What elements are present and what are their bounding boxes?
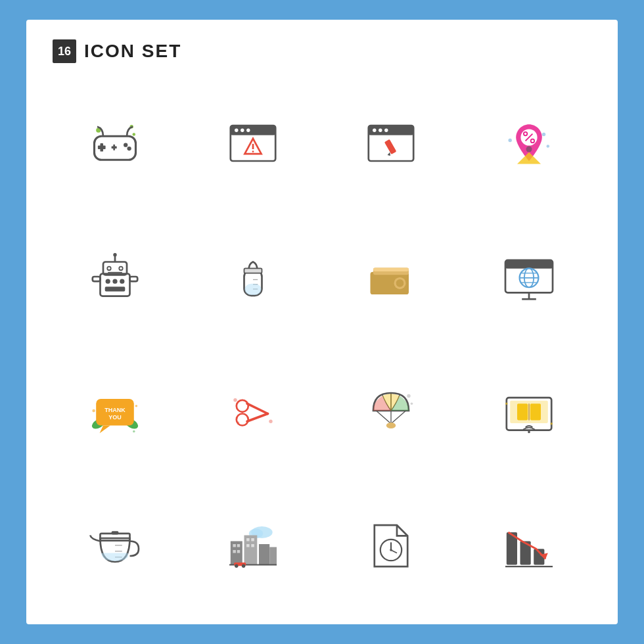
discount-location-icon [467, 83, 591, 204]
robot-icon [53, 217, 177, 338]
svg-point-34 [526, 146, 532, 152]
svg-point-80 [233, 398, 237, 402]
svg-rect-116 [237, 544, 241, 547]
svg-point-22 [379, 128, 382, 131]
svg-rect-118 [237, 550, 241, 553]
svg-text:THANK: THANK [104, 407, 126, 413]
svg-rect-58 [373, 268, 409, 271]
svg-point-103 [550, 423, 553, 425]
svg-point-6 [124, 143, 127, 147]
svg-rect-114 [269, 547, 277, 565]
kettle-icon [53, 484, 177, 605]
svg-point-7 [127, 147, 131, 150]
svg-line-85 [247, 403, 268, 413]
clock-file-icon [329, 484, 453, 605]
web-globe-icon [467, 217, 591, 338]
svg-point-60 [396, 279, 404, 288]
svg-marker-25 [388, 152, 391, 155]
svg-point-81 [269, 419, 272, 423]
svg-point-95 [386, 423, 396, 428]
svg-point-77 [92, 409, 95, 413]
svg-rect-49 [130, 277, 138, 281]
svg-point-87 [239, 403, 245, 409]
svg-marker-33 [517, 152, 541, 164]
svg-point-42 [120, 267, 122, 270]
svg-point-126 [242, 564, 245, 568]
svg-rect-122 [251, 544, 254, 547]
svg-point-101 [528, 430, 530, 433]
svg-point-125 [235, 564, 238, 568]
svg-point-130 [390, 549, 392, 551]
svg-point-21 [373, 128, 376, 131]
city-icon [191, 484, 315, 605]
svg-rect-115 [233, 544, 236, 547]
svg-rect-113 [259, 544, 269, 565]
svg-rect-51 [244, 269, 262, 273]
web-error-icon [191, 83, 315, 204]
gamepad-icon [53, 83, 177, 204]
svg-point-17 [252, 150, 254, 152]
svg-point-14 [241, 128, 244, 131]
svg-rect-108 [112, 531, 119, 534]
svg-rect-35 [101, 274, 130, 296]
svg-point-79 [133, 430, 135, 432]
svg-rect-48 [93, 277, 101, 281]
svg-point-2 [133, 133, 136, 136]
set-number: 16 [53, 39, 76, 63]
svg-point-15 [246, 128, 250, 131]
scissors-icon [191, 350, 315, 471]
thank-you-icon: THANK YOU [53, 350, 177, 471]
svg-point-102 [505, 402, 508, 405]
web-edit-icon [329, 83, 453, 204]
svg-line-86 [247, 413, 268, 421]
svg-point-89 [407, 394, 410, 398]
svg-rect-98 [517, 403, 528, 420]
parachute-icon [329, 350, 453, 471]
main-card: 16 ICON SET [26, 20, 618, 624]
icon-grid: THANK YOU [53, 83, 591, 605]
svg-rect-121 [246, 544, 250, 547]
svg-rect-117 [233, 550, 236, 553]
svg-point-27 [547, 145, 550, 148]
svg-point-90 [411, 402, 413, 405]
svg-point-45 [112, 279, 117, 284]
svg-rect-5 [98, 145, 106, 149]
set-title: ICON SET [84, 41, 181, 62]
svg-point-23 [384, 128, 388, 131]
svg-text:YOU: YOU [108, 413, 122, 420]
svg-point-41 [108, 267, 110, 270]
svg-point-28 [542, 133, 545, 136]
svg-line-94 [391, 411, 406, 424]
svg-rect-24 [384, 139, 397, 154]
ebook-icon [467, 350, 591, 471]
wallet-icon [329, 217, 453, 338]
svg-point-88 [239, 417, 245, 423]
svg-point-13 [235, 128, 238, 131]
baby-bottle-icon [191, 217, 315, 338]
svg-point-38 [113, 253, 116, 256]
bar-chart-down-icon [467, 484, 591, 605]
svg-rect-9 [112, 146, 117, 149]
svg-rect-112 [244, 536, 258, 565]
svg-rect-119 [246, 538, 250, 541]
svg-point-78 [135, 405, 138, 407]
svg-rect-120 [251, 538, 254, 541]
svg-line-92 [377, 411, 392, 424]
svg-point-44 [106, 279, 110, 284]
svg-point-26 [509, 139, 512, 142]
svg-rect-111 [231, 541, 242, 565]
svg-rect-55 [244, 284, 261, 295]
svg-point-46 [120, 279, 124, 284]
header: 16 ICON SET [53, 39, 591, 63]
svg-rect-47 [105, 287, 126, 292]
svg-rect-99 [530, 403, 541, 420]
